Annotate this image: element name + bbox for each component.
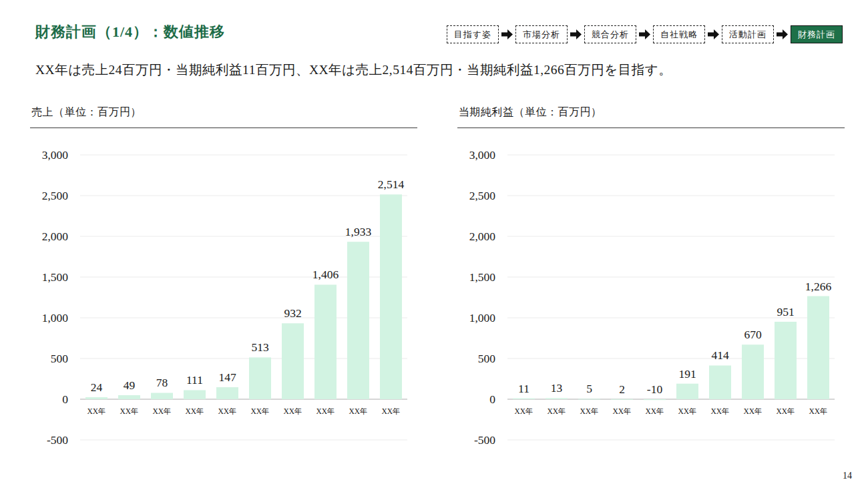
bar: [118, 395, 140, 399]
x-tick-label: XX年: [218, 407, 236, 415]
bar: [546, 398, 568, 399]
bar: [807, 296, 829, 399]
bar: [709, 365, 731, 399]
x-tick-label: XX年: [547, 407, 566, 415]
bar: [282, 323, 304, 399]
charts-row: 売上（単位：百万円） 3,0002,5002,0001,5001,0005000…: [30, 105, 845, 449]
right-arrow-icon: [501, 29, 513, 39]
x-tick-label: XX年: [809, 407, 827, 415]
x-tick-label: XX年: [678, 407, 696, 415]
bar: [347, 242, 369, 399]
bar-value-label: 147: [218, 371, 236, 384]
chart-panel-net-profit: 当期純利益（単位：百万円） 3,0002,5002,0001,5001,0005…: [457, 105, 845, 449]
y-tick-label: 1,500: [42, 270, 69, 284]
x-tick-label: XX年: [349, 407, 367, 415]
right-arrow-icon: [777, 29, 788, 39]
nav-step-4: 自社戦略: [653, 25, 705, 43]
bar-value-label: 2: [619, 383, 625, 396]
header: 財務計画（1/4）：数値推移 目指す姿市場分析競合分析自社戦略活動計画財務計画: [0, 0, 868, 43]
right-arrow-icon: [639, 29, 650, 39]
y-tick-label: 0: [489, 393, 495, 406]
x-tick-label: XX年: [645, 407, 664, 415]
x-tick-label: XX年: [283, 407, 302, 415]
bar-value-label: 1,406: [312, 268, 339, 281]
bar: [742, 344, 764, 399]
nav-step-1: 目指す姿: [447, 25, 499, 43]
bar: [184, 390, 206, 399]
bar-value-label: 2,514: [378, 178, 405, 191]
bar: [676, 384, 698, 399]
y-tick-label: 500: [51, 352, 69, 365]
y-tick-label: 2,000: [469, 230, 496, 243]
nav-step-5: 活動計画: [722, 25, 774, 43]
bar-value-label: 670: [744, 328, 762, 341]
bar-value-label: 13: [551, 381, 563, 395]
bar-value-label: 78: [156, 376, 168, 389]
y-tick-label: -500: [474, 433, 495, 447]
nav-step-6: 財務計画: [791, 25, 843, 43]
bar: [216, 387, 238, 399]
sales-bar-chart: 3,0002,5002,0001,5001,0005000-50024XX年49…: [30, 128, 417, 449]
bar-value-label: 11: [518, 382, 529, 395]
subtitle: XX年は売上24百万円・当期純利益11百万円、XX年は売上2,514百万円・当期…: [35, 61, 868, 79]
y-tick-label: 3,000: [469, 148, 496, 162]
bar: [644, 399, 666, 400]
bar: [151, 393, 173, 399]
bar-value-label: -10: [647, 383, 663, 396]
y-tick-label: 2,500: [469, 189, 496, 202]
bar: [85, 397, 107, 399]
net-profit-chart-title: 当期純利益（単位：百万円）: [457, 105, 845, 128]
y-tick-label: 1,500: [469, 270, 496, 284]
nav-step-2: 市場分析: [515, 25, 568, 43]
bar: [578, 399, 600, 399]
bar-value-label: 111: [186, 373, 203, 387]
page-title: 財務計画（1/4）：数値推移: [35, 23, 225, 42]
sales-chart-title: 売上（単位：百万円）: [30, 105, 417, 128]
process-nav: 目指す姿市場分析競合分析自社戦略活動計画財務計画: [447, 25, 843, 43]
x-tick-label: XX年: [514, 407, 533, 415]
bar: [513, 399, 535, 399]
right-arrow-icon: [570, 29, 582, 39]
bar: [611, 399, 633, 400]
y-tick-label: 1,000: [42, 311, 69, 324]
x-tick-label: XX年: [87, 407, 105, 415]
x-tick-label: XX年: [612, 407, 631, 415]
bar: [314, 284, 337, 399]
bar: [249, 357, 271, 399]
x-tick-label: XX年: [185, 407, 204, 415]
x-tick-label: XX年: [381, 407, 400, 415]
bar-value-label: 5: [586, 382, 592, 395]
bar-value-label: 513: [251, 340, 269, 354]
y-tick-label: -500: [47, 433, 68, 447]
x-tick-label: XX年: [120, 407, 138, 415]
bar-value-label: 1,266: [805, 280, 832, 293]
bar-value-label: 49: [124, 379, 136, 392]
slide: 財務計画（1/4）：数値推移 目指す姿市場分析競合分析自社戦略活動計画財務計画 …: [0, 0, 868, 449]
bar: [380, 194, 402, 399]
x-tick-label: XX年: [710, 407, 729, 415]
x-tick-label: XX年: [316, 407, 335, 415]
nav-step-3: 競合分析: [584, 25, 636, 43]
y-tick-label: 2,000: [42, 230, 69, 243]
bar-value-label: 951: [777, 305, 794, 318]
y-tick-label: 500: [478, 352, 496, 365]
bar-value-label: 191: [678, 367, 696, 381]
bar-value-label: 24: [91, 381, 103, 394]
page-number: 14: [843, 471, 852, 481]
x-tick-label: XX年: [152, 407, 171, 415]
right-arrow-icon: [708, 29, 719, 39]
net-profit-bar-chart: 3,0002,5002,0001,5001,0005000-50011XX年13…: [457, 128, 845, 449]
x-tick-label: XX年: [776, 407, 795, 415]
y-tick-label: 0: [62, 393, 68, 406]
chart-panel-sales: 売上（単位：百万円） 3,0002,5002,0001,5001,0005000…: [30, 105, 417, 449]
x-tick-label: XX年: [250, 407, 269, 415]
y-tick-label: 1,000: [469, 311, 496, 324]
bar-value-label: 932: [284, 306, 301, 320]
bar-value-label: 414: [711, 348, 729, 362]
x-tick-label: XX年: [580, 407, 598, 415]
bar: [775, 322, 797, 399]
bar-value-label: 1,933: [345, 225, 372, 238]
y-tick-label: 3,000: [42, 148, 69, 162]
y-tick-label: 2,500: [42, 189, 69, 202]
x-tick-label: XX年: [743, 407, 762, 415]
